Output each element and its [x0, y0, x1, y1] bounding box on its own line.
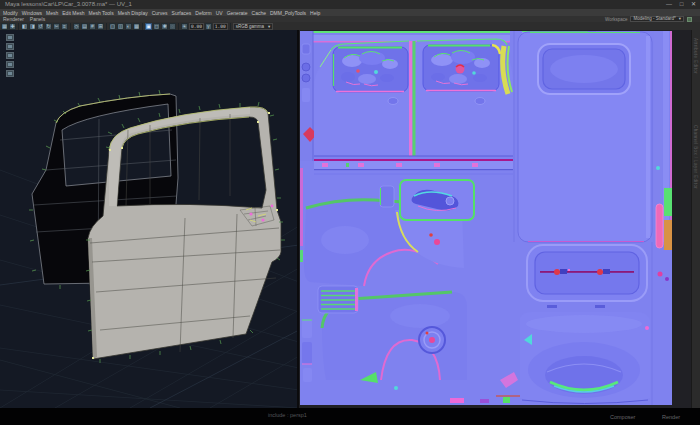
snap-grid-icon[interactable]: #	[89, 23, 96, 30]
title-bar: Maya lessons\Car\LP\Car_3.0078.ma* — UV_…	[0, 0, 700, 9]
uv-editor-canvas[interactable]	[299, 30, 700, 408]
toolbar-separator	[178, 23, 179, 30]
layout-uv-icon[interactable]: ▤	[81, 23, 88, 30]
workspace-label: Workspace	[605, 17, 627, 22]
toolbar-separator	[106, 23, 107, 30]
gamma-field[interactable]: 1.00	[213, 23, 228, 30]
uv-toolbar-row: ▦ ✚ ◧ ◨ ↺ ↻ ✂ ≡ ◇ ▤ # ⊞ ▢ ◫ ◐ ▩ ▣ ◻ ✱ ◌ …	[0, 22, 700, 30]
view-transform-value: sRGB gamma	[236, 24, 264, 29]
flip-v-icon[interactable]: ◨	[29, 23, 36, 30]
rotate-ccw-icon[interactable]: ↺	[37, 23, 44, 30]
menu-generate[interactable]: Generate	[227, 10, 248, 16]
window-controls: — □ ✕	[660, 0, 696, 9]
toolbar-separator	[18, 23, 19, 30]
menu-deform[interactable]: Deform	[195, 10, 211, 16]
uv-shell-hood[interactable]	[520, 312, 650, 405]
status-camera-label: include : persp1	[268, 412, 307, 418]
uv-shell-door-inner-panels[interactable]	[314, 39, 513, 156]
window-title: Maya lessons\Car\LP\Car_3.0078.ma* — UV_…	[5, 1, 132, 7]
shell-select-icon[interactable]: ▢	[109, 23, 116, 30]
menu-mesh-display[interactable]: Mesh Display	[118, 10, 148, 16]
menu-mesh-tools[interactable]: Mesh Tools	[89, 10, 114, 16]
chevron-down-icon: ▾	[679, 17, 681, 22]
menu-edit-mesh[interactable]: Edit Mesh	[62, 10, 84, 16]
maya-uv-editor-window: Maya lessons\Car\LP\Car_3.0078.ma* — UV_…	[0, 0, 700, 425]
quick-layout-toolbar	[6, 34, 16, 79]
exposure-field[interactable]: 0.00	[189, 23, 204, 30]
uv-texture-view[interactable]	[299, 30, 700, 408]
normal-map-texture[interactable]	[300, 31, 672, 405]
quick-layout-four-pane-icon[interactable]	[6, 52, 14, 59]
tab-attribute-editor[interactable]: Attribute Editor	[693, 38, 698, 74]
menu-help[interactable]: Help	[310, 10, 320, 16]
toolbar-separator	[230, 23, 231, 30]
menu-curves[interactable]: Curves	[152, 10, 168, 16]
uv-borders-icon[interactable]: ◫	[117, 23, 124, 30]
maximize-button[interactable]: □	[680, 1, 684, 7]
chevron-down-icon: ▾	[268, 24, 270, 29]
perspective-viewport[interactable]	[0, 30, 299, 408]
status-render-label: Render	[662, 414, 680, 420]
menu-bar: Modify Windows Mesh Edit Mesh Mesh Tools…	[0, 9, 700, 16]
status-bar: include : persp1 Composer Render	[0, 408, 700, 425]
menu-plugin-polytools[interactable]: DMM_PolyTools	[270, 10, 306, 16]
workspace-value: Modeling - Standard*	[633, 17, 675, 22]
image-range-icon[interactable]: ◻	[153, 23, 160, 30]
status-composer-label: Composer	[610, 414, 635, 420]
uv-toolbar: ▦ ✚ ◧ ◨ ↺ ↻ ✂ ≡ ◇ ▤ # ⊞ ▢ ◫ ◐ ▩ ▣ ◻ ✱ ◌ …	[1, 22, 273, 30]
minimize-button[interactable]: —	[666, 1, 672, 7]
rotate-cw-icon[interactable]: ↻	[45, 23, 52, 30]
close-button[interactable]: ✕	[691, 1, 696, 7]
viewport-canvas[interactable]	[0, 30, 299, 408]
uv-shell-cab-back-panel[interactable]	[503, 32, 652, 242]
lattice-tool-icon[interactable]: ▦	[1, 23, 8, 30]
view-transform-dropdown[interactable]: sRGB gamma ▾	[233, 23, 274, 30]
toolbar-separator	[142, 23, 143, 30]
menu-cache[interactable]: Cache	[252, 10, 266, 16]
quick-layout-persp-outliner-icon[interactable]	[6, 61, 14, 68]
menu-surfaces[interactable]: Surfaces	[172, 10, 192, 16]
menu-mesh[interactable]: Mesh	[46, 10, 58, 16]
pixel-snap-icon[interactable]: ⊞	[97, 23, 104, 30]
workspace-settings-icon[interactable]	[687, 17, 692, 22]
dock-strip: Attribute Editor Channel Box / Layer Edi…	[691, 30, 700, 408]
move-uv-tool-icon[interactable]: ✚	[9, 23, 16, 30]
quick-layout-single-pane-icon[interactable]	[6, 34, 14, 41]
cut-uv-edges-icon[interactable]: ✂	[53, 23, 60, 30]
toolbar-separator	[70, 23, 71, 30]
quick-layout-two-pane-icon[interactable]	[6, 43, 14, 50]
texture-filter-icon[interactable]: ✱	[161, 23, 168, 30]
unfold-uv-icon[interactable]: ◇	[73, 23, 80, 30]
checker-map-icon[interactable]: ▩	[133, 23, 140, 30]
flip-u-icon[interactable]: ◧	[21, 23, 28, 30]
sew-uv-edges-icon[interactable]: ≡	[61, 23, 68, 30]
uv-shell-rocker-strip[interactable]	[314, 159, 513, 170]
uv-shell-hub-cap[interactable]	[419, 327, 445, 353]
tab-channel-box[interactable]: Channel Box / Layer Editor	[693, 125, 698, 189]
exposure-icon: ☀	[181, 23, 188, 30]
gamma-icon: γ	[205, 23, 212, 30]
menu-uv[interactable]: UV	[216, 10, 223, 16]
distortion-display-icon[interactable]: ◐	[125, 23, 132, 30]
uv-shell-windshield[interactable]	[527, 245, 647, 308]
isolate-select-icon[interactable]: ◌	[169, 23, 176, 30]
quick-layout-uv-persp-icon[interactable]	[6, 70, 14, 77]
image-display-icon[interactable]: ▣	[145, 23, 152, 30]
uv-shell-speaker-grille[interactable]	[318, 286, 358, 313]
menu-modify[interactable]: Modify	[3, 10, 18, 16]
menu-windows[interactable]: Windows	[22, 10, 42, 16]
